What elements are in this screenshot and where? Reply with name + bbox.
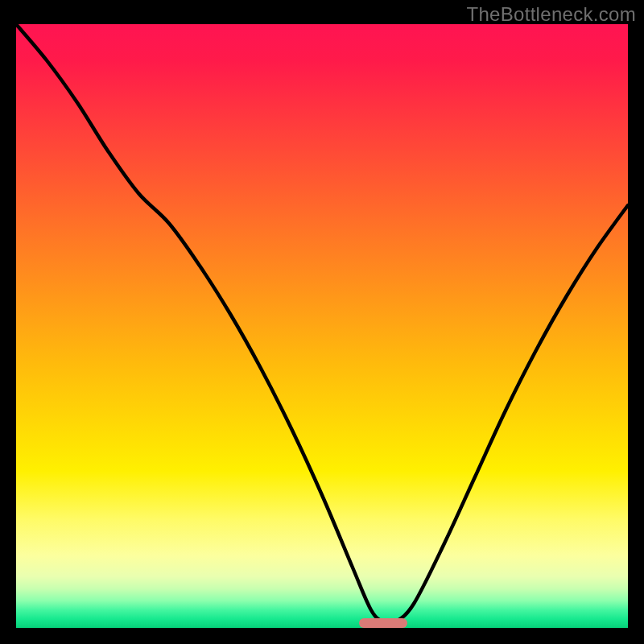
bottleneck-curve	[16, 24, 628, 628]
watermark-text: TheBottleneck.com	[466, 3, 636, 26]
plot-area	[16, 24, 628, 628]
chart-frame: TheBottleneck.com	[0, 0, 644, 644]
optimal-range-marker	[359, 618, 408, 628]
